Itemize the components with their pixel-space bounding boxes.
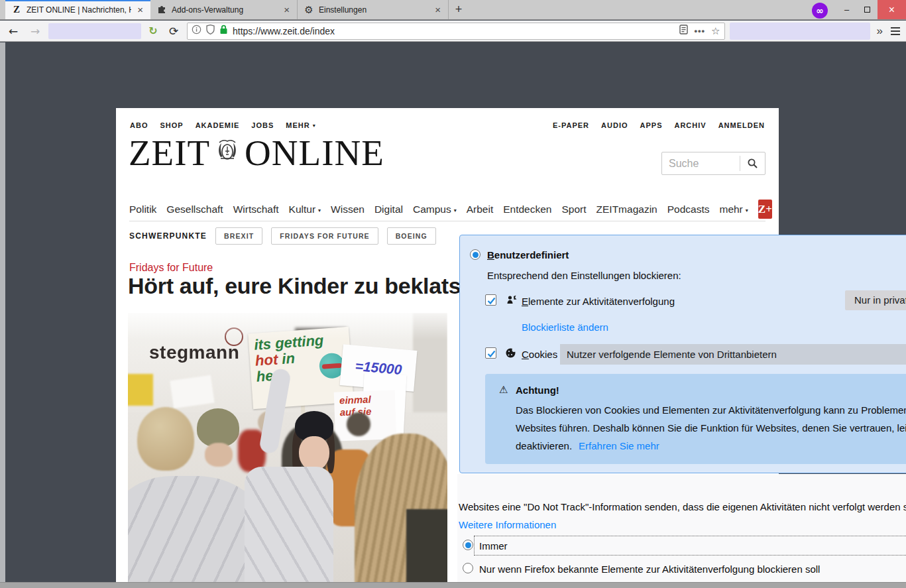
- nav-kultur[interactable]: Kultur: [289, 204, 321, 215]
- protest-sign-yellow: [128, 374, 153, 406]
- new-tab-button[interactable]: +: [449, 0, 469, 19]
- sign-in: in: [277, 350, 295, 368]
- nav-apps[interactable]: APPS: [640, 121, 663, 129]
- nav-wirtschaft[interactable]: Wirtschaft: [233, 204, 279, 215]
- nav-politik[interactable]: Politik: [129, 204, 156, 215]
- nav-mehr[interactable]: MEHR: [286, 121, 315, 129]
- nav-sport[interactable]: Sport: [561, 204, 586, 215]
- warning-line3: deaktivieren.Erfahren Sie mehr: [516, 440, 659, 451]
- warning-title: Achtung!: [516, 384, 559, 396]
- tab-close-icon[interactable]: ×: [433, 5, 442, 15]
- forward-button[interactable]: →: [27, 25, 44, 38]
- minimize-button[interactable]: –: [836, 0, 857, 19]
- puzzle-icon: [156, 4, 167, 15]
- change-blocklist-link[interactable]: Blockierliste ändern: [522, 322, 608, 333]
- url-text[interactable]: https://www.zeit.de/index: [233, 26, 675, 36]
- cookies-dropdown[interactable]: Nutzer verfolgende Elemente von Drittanb…: [560, 344, 906, 365]
- tab-close-icon[interactable]: ×: [136, 5, 144, 15]
- maximize-button[interactable]: [857, 0, 878, 19]
- article-kicker[interactable]: Fridays for Future: [129, 262, 213, 274]
- nav-zeitmagazin[interactable]: ZEITmagazin: [596, 204, 657, 215]
- article-photo[interactable]: stegmann its getting hot in here =15000 …: [128, 313, 447, 582]
- lock-icon[interactable]: [219, 25, 228, 37]
- cookies-label[interactable]: Cookies: [522, 349, 557, 360]
- url-bar[interactable]: https://www.zeit.de/index ••• ☆: [187, 23, 725, 40]
- nav-jobs[interactable]: JOBS: [251, 121, 274, 129]
- trackers-checkbox[interactable]: [485, 294, 496, 306]
- nav-digital[interactable]: Digital: [374, 204, 403, 215]
- nav-abo[interactable]: ABO: [130, 121, 148, 129]
- chip-fridays[interactable]: FRIDAYS FOR FUTURE: [271, 227, 378, 245]
- close-window-button[interactable]: ×: [878, 0, 906, 19]
- gear-icon: ⚙: [304, 4, 314, 16]
- logo-zeit-text: ZEIT: [129, 135, 210, 171]
- protest-sign-small: [170, 375, 214, 408]
- nav-divider: [129, 221, 765, 221]
- custom-radio[interactable]: [470, 249, 481, 260]
- green-refresh-extension-icon[interactable]: ↻: [146, 25, 160, 37]
- zeit-online-logo[interactable]: ZEIT ONLINE: [129, 135, 384, 171]
- mask-extension-icon[interactable]: ∞: [812, 3, 828, 19]
- page-actions-menu-icon[interactable]: •••: [694, 26, 705, 36]
- tab-close-icon[interactable]: ×: [282, 5, 291, 15]
- reload-button[interactable]: ⟳: [165, 25, 182, 38]
- girl-puffer-jacket: [245, 467, 333, 582]
- nav-shop[interactable]: SHOP: [160, 121, 183, 129]
- tab-bar: Z ZEIT ONLINE | Nachrichten, Hin × Add-o…: [0, 0, 906, 20]
- tracker-icon: [506, 294, 517, 307]
- nav-gesellschaft[interactable]: Gesellschaft: [166, 204, 223, 215]
- topics-row: SCHWERPUNKTE BREXIT FRIDAYS FOR FUTURE B…: [129, 227, 436, 245]
- more-information-link[interactable]: Weitere Informationen: [459, 519, 556, 530]
- menu-hamburger-icon[interactable]: [889, 25, 901, 37]
- nav-audio[interactable]: AUDIO: [601, 121, 628, 129]
- nav-archiv[interactable]: ARCHIV: [674, 121, 706, 129]
- warning-box: ⚠ Achtung! Das Blockieren von Cookies un…: [485, 374, 906, 464]
- learn-more-link[interactable]: Erfahren Sie mehr: [579, 440, 659, 451]
- nav-epaper[interactable]: E-PAPER: [553, 121, 589, 129]
- chip-boeing[interactable]: BOEING: [387, 227, 436, 245]
- nav-akademie[interactable]: AKADEMIE: [196, 121, 240, 129]
- article-headline[interactable]: Hört auf, eure Kinder zu beklats: [128, 273, 461, 299]
- utility-nav-right: E-PAPER AUDIO APPS ARCHIV ANMELDEN: [553, 121, 765, 129]
- content-blocking-settings: Benutzerdefiniert Entsprechend den Einst…: [457, 233, 906, 588]
- warning-icon: ⚠: [499, 384, 508, 396]
- bookmark-star-icon[interactable]: ☆: [711, 25, 720, 37]
- custom-radio-label[interactable]: Benutzerdefiniert: [487, 249, 569, 261]
- zeit-crest-icon: [211, 135, 243, 171]
- dnt-only-label[interactable]: Nur wenn Firefox bekannte Elemente zur A…: [479, 563, 820, 575]
- nav-podcasts[interactable]: Podcasts: [667, 204, 710, 215]
- warning-line2: Websites führen. Deshalb können Sie die …: [516, 422, 906, 434]
- nav-mehr-main[interactable]: mehr: [719, 204, 748, 215]
- search-icon[interactable]: [740, 156, 765, 171]
- tab-zeit-online[interactable]: Z ZEIT ONLINE | Nachrichten, Hin ×: [5, 0, 150, 19]
- back-button[interactable]: ←: [5, 25, 22, 38]
- main-navigation: Politik Gesellschaft Wirtschaft Kultur W…: [129, 200, 765, 219]
- window-bottom-border: [0, 582, 906, 588]
- overflow-chevrons-icon[interactable]: »: [875, 25, 885, 38]
- nav-entdecken[interactable]: Entdecken: [503, 204, 551, 215]
- tab-title: Add-ons-Verwaltung: [172, 5, 278, 15]
- search-box: [661, 152, 765, 175]
- zplus-badge[interactable]: Z+: [758, 200, 772, 219]
- trackers-dropdown[interactable]: Nur in privaten Fenstern: [845, 290, 906, 310]
- chip-brexit[interactable]: BREXIT: [215, 227, 262, 245]
- search-input[interactable]: [662, 158, 740, 170]
- nav-campus[interactable]: Campus: [413, 204, 457, 215]
- tab-addons[interactable]: Add-ons-Verwaltung ×: [150, 0, 298, 19]
- tab-settings[interactable]: ⚙ Einstellungen ×: [298, 0, 449, 19]
- cookies-checkbox[interactable]: [485, 347, 496, 359]
- dnt-always-label[interactable]: Immer: [479, 540, 508, 552]
- trackers-label[interactable]: Elemente zur Aktivitätenverfolgung: [522, 296, 675, 307]
- window-border: [0, 42, 5, 588]
- maximize-icon: [864, 7, 870, 13]
- nav-anmelden[interactable]: ANMELDEN: [718, 121, 765, 129]
- sign-hot: hot: [255, 351, 278, 369]
- reader-mode-icon[interactable]: [679, 25, 688, 37]
- page-info-icon[interactable]: [192, 25, 201, 37]
- nav-wissen[interactable]: Wissen: [331, 204, 365, 215]
- cookie-icon: [505, 347, 516, 361]
- dnt-always-radio[interactable]: [463, 540, 473, 550]
- shield-icon[interactable]: [206, 25, 215, 37]
- nav-arbeit[interactable]: Arbeit: [467, 204, 494, 215]
- dnt-only-radio[interactable]: [463, 563, 473, 573]
